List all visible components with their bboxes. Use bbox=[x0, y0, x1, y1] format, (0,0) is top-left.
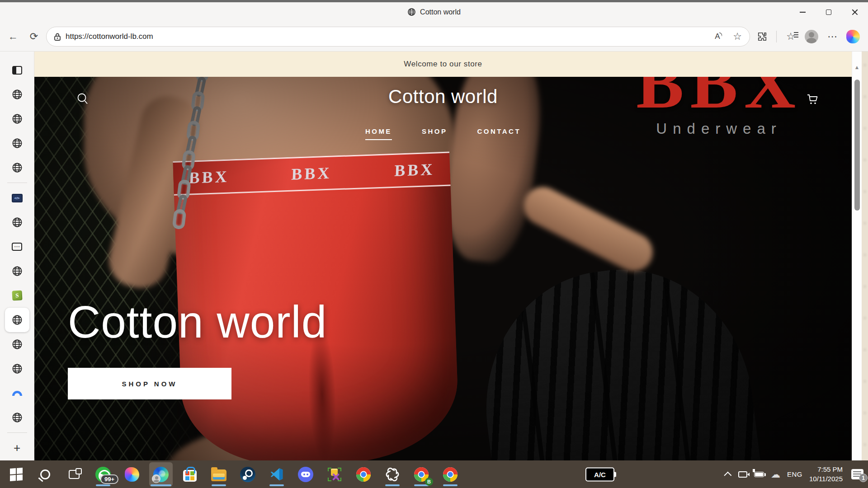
puzzle-icon bbox=[757, 32, 767, 42]
copilot-app-button[interactable] bbox=[120, 462, 144, 487]
web-page: Welcome to our store BBX BBX BBX bbox=[34, 52, 852, 460]
address-bar[interactable]: https://cottonworld-lb.com A ☆ bbox=[46, 27, 750, 47]
tab-strip-divider bbox=[7, 432, 27, 433]
power-source-label: A/C bbox=[594, 470, 606, 478]
system-tray: ☁ ENG 7:55 PM 10/11/2025 1 bbox=[726, 460, 866, 488]
plus-icon: + bbox=[14, 441, 20, 455]
chrome-2-button[interactable] bbox=[439, 462, 462, 487]
start-button[interactable] bbox=[5, 462, 28, 487]
shop-now-button[interactable]: SHOP NOW bbox=[68, 368, 231, 399]
vertical-tab-2[interactable] bbox=[5, 107, 29, 131]
chrome-profile-badge: B bbox=[425, 478, 433, 486]
vertical-tab-strip: </> ⋯ S + bbox=[0, 52, 34, 460]
waistband-brand-text: BBX bbox=[291, 164, 332, 184]
desktop: Cotton world ← ⟳ https://cottonworld-lb.… bbox=[0, 0, 868, 488]
file-explorer-button[interactable] bbox=[207, 462, 231, 487]
microsoft-store-button[interactable] bbox=[178, 462, 202, 487]
tab-group-divider bbox=[7, 183, 27, 183]
taskbar-search-button[interactable] bbox=[33, 462, 57, 487]
mod-tool-button[interactable] bbox=[323, 462, 346, 487]
star-icon: ☆ bbox=[733, 31, 742, 42]
search-icon bbox=[40, 469, 50, 479]
lock-icon bbox=[54, 33, 61, 41]
notification-center-button[interactable]: 1 bbox=[851, 469, 863, 479]
cart-icon[interactable] bbox=[806, 92, 819, 106]
camera-in-use-indicator[interactable] bbox=[738, 471, 747, 478]
nav-link-shop[interactable]: SHOP bbox=[422, 127, 448, 140]
store-icon bbox=[183, 470, 197, 482]
profile-avatar bbox=[805, 30, 818, 43]
settings-menu-button[interactable]: ⋯ bbox=[824, 28, 841, 45]
discord-icon bbox=[298, 467, 313, 482]
vertical-tab-11[interactable] bbox=[5, 332, 29, 357]
copilot-button[interactable] bbox=[844, 28, 862, 45]
back-icon: ← bbox=[8, 31, 18, 42]
vertical-tab-14[interactable] bbox=[5, 405, 29, 430]
card-icon: ⋯ bbox=[12, 243, 22, 251]
back-button[interactable]: ← bbox=[5, 28, 22, 45]
extensions-button[interactable] bbox=[754, 28, 771, 45]
chrome-button[interactable] bbox=[352, 462, 375, 487]
nav-link-contact[interactable]: CONTACT bbox=[477, 127, 521, 140]
globe-favicon-icon bbox=[407, 8, 416, 16]
language-indicator[interactable]: ENG bbox=[787, 470, 802, 478]
vertical-tab-7[interactable]: ⋯ bbox=[5, 235, 29, 259]
loading-arc-icon bbox=[12, 391, 22, 396]
globe-icon bbox=[12, 113, 23, 124]
taskbar-clock[interactable]: 7:55 PM 10/11/2025 bbox=[809, 465, 843, 483]
vertical-tab-9-shopify[interactable]: S bbox=[5, 283, 29, 308]
browser-body: </> ⋯ S + Welcome to our store bbox=[0, 52, 868, 460]
vertical-tab-12[interactable] bbox=[5, 357, 29, 381]
vertical-tab-5[interactable]: </> bbox=[5, 186, 29, 210]
tab-actions-button[interactable] bbox=[5, 58, 29, 82]
whatsapp-unread-badge: 99+ bbox=[100, 474, 118, 484]
read-aloud-button[interactable]: A bbox=[710, 29, 725, 44]
vertical-tab-8[interactable] bbox=[5, 259, 29, 283]
chrome-icon bbox=[443, 467, 458, 482]
whatsapp-button[interactable]: 99+ bbox=[91, 462, 115, 487]
vertical-tab-6[interactable] bbox=[5, 210, 29, 235]
hero-section: BBX BBX BBX BBX Underwear bbox=[34, 77, 852, 460]
power-source-widget[interactable]: A/C bbox=[585, 467, 614, 481]
url-text[interactable]: https://cottonworld-lb.com bbox=[66, 32, 705, 41]
task-view-button[interactable] bbox=[62, 462, 86, 487]
refresh-button[interactable]: ⟳ bbox=[25, 28, 42, 45]
waistband-brand-text: BBX bbox=[394, 160, 435, 180]
copilot-icon bbox=[125, 467, 139, 482]
vertical-tab-13-loading[interactable] bbox=[5, 381, 29, 405]
profile-button[interactable] bbox=[803, 28, 820, 45]
browser-toolbar: ← ⟳ https://cottonworld-lb.com A ☆ ☆ bbox=[0, 22, 868, 52]
globe-icon bbox=[12, 89, 23, 100]
chatgpt-icon bbox=[385, 467, 400, 482]
vscode-button[interactable] bbox=[265, 462, 288, 487]
vertical-tab-3[interactable] bbox=[5, 131, 29, 155]
new-tab-button[interactable]: + bbox=[5, 436, 29, 460]
window-title: Cotton world bbox=[420, 8, 461, 16]
vertical-tab-10-active[interactable] bbox=[5, 308, 29, 332]
chrome-icon bbox=[356, 467, 371, 482]
nav-link-home[interactable]: HOME bbox=[365, 127, 392, 140]
discord-button[interactable] bbox=[294, 462, 317, 487]
favorites-button[interactable]: ☆ bbox=[782, 28, 799, 45]
vertical-tab-4[interactable] bbox=[5, 155, 29, 180]
windows-taskbar: 99+ bbox=[0, 460, 868, 488]
edge-button[interactable] bbox=[149, 462, 173, 487]
onedrive-indicator[interactable]: ☁ bbox=[771, 469, 780, 479]
chrome-profile-b-button[interactable]: B bbox=[410, 462, 433, 487]
announcement-text: Welcome to our store bbox=[404, 60, 482, 69]
scrollbar-thumb[interactable] bbox=[854, 80, 860, 211]
chatgpt-button[interactable] bbox=[381, 462, 404, 487]
hero-copy: Cotton world SHOP NOW bbox=[68, 299, 327, 399]
tray-overflow-button[interactable] bbox=[726, 472, 731, 477]
scroll-up-arrow[interactable]: ▲ bbox=[852, 64, 862, 70]
steam-button[interactable] bbox=[236, 462, 259, 487]
vertical-tab-1[interactable] bbox=[5, 82, 29, 107]
page-scrollbar[interactable]: ▲ bbox=[852, 52, 862, 460]
read-aloud-wave-icon bbox=[718, 32, 722, 36]
store-brand-title[interactable]: Cotton world bbox=[34, 86, 852, 108]
add-favorite-button[interactable]: ☆ bbox=[730, 29, 745, 44]
favorites-lines-icon bbox=[794, 32, 798, 33]
edge-profile-avatar bbox=[152, 474, 160, 483]
globe-icon bbox=[12, 162, 23, 173]
battery-indicator[interactable] bbox=[754, 472, 764, 477]
